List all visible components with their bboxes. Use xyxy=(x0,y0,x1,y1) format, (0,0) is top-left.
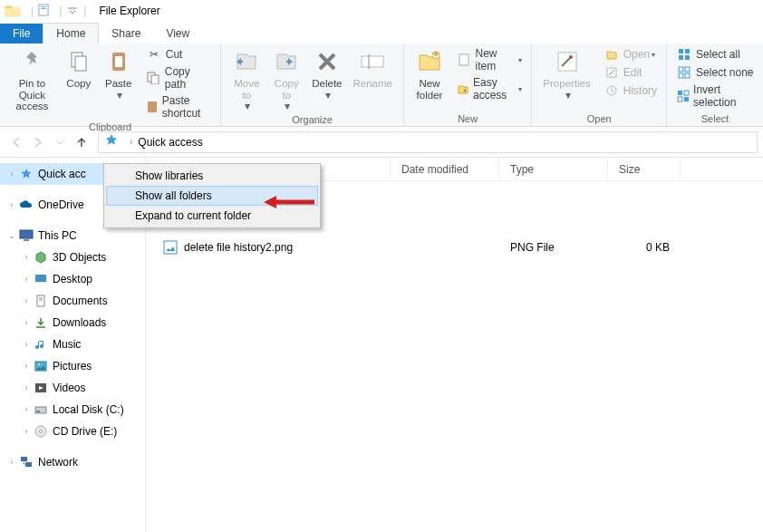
delete-button[interactable]: Delete▾ xyxy=(306,45,347,102)
select-all-button[interactable]: Select all xyxy=(672,45,758,63)
svg-point-44 xyxy=(40,430,43,433)
svg-rect-23 xyxy=(685,55,690,60)
qat-dropdown-icon[interactable] xyxy=(65,4,80,18)
svg-rect-26 xyxy=(679,73,683,78)
scissors-icon: ✂ xyxy=(146,47,162,62)
easy-access-button[interactable]: Easy access▾ xyxy=(453,74,526,103)
svg-rect-35 xyxy=(37,295,44,306)
sidebar-item-network[interactable]: › Network xyxy=(0,451,145,473)
cut-button[interactable]: ✂Cut xyxy=(142,45,216,63)
address-box[interactable]: › Quick access xyxy=(98,131,758,153)
svg-rect-0 xyxy=(5,8,20,16)
copy-icon xyxy=(64,47,93,76)
copy-path-button[interactable]: Copy path xyxy=(142,63,216,92)
group-select: Select all Select none Invert selection … xyxy=(667,44,763,126)
column-type[interactable]: Type xyxy=(499,158,608,180)
title-bar: | | | File Explorer xyxy=(0,0,763,22)
svg-rect-11 xyxy=(362,56,383,67)
group-label: New xyxy=(410,113,526,126)
history-button[interactable]: History xyxy=(600,82,661,100)
recent-dropdown[interactable] xyxy=(49,131,71,153)
svg-text:✦: ✦ xyxy=(431,50,440,61)
sidebar-item-pictures[interactable]: ›Pictures xyxy=(0,355,145,377)
ribbon-tabs: File Home Share View xyxy=(0,22,763,44)
svg-rect-21 xyxy=(685,49,690,53)
downloads-icon xyxy=(33,315,49,330)
group-clipboard: Pin to Quick access Copy Paste ▾ ✂Cut Co… xyxy=(0,44,221,126)
column-size[interactable]: Size xyxy=(608,158,681,180)
tab-home[interactable]: Home xyxy=(43,23,99,44)
svg-rect-1 xyxy=(39,5,48,15)
context-show-libraries[interactable]: Show libraries xyxy=(106,166,318,186)
svg-point-39 xyxy=(38,363,40,365)
forward-button[interactable] xyxy=(27,131,49,153)
sidebar-item-downloads[interactable]: ›Downloads xyxy=(0,312,145,334)
sidebar-item-cd-drive[interactable]: ›CD Drive (E:) xyxy=(0,421,145,442)
new-item-button[interactable]: New item▾ xyxy=(453,45,526,74)
file-view[interactable]: Name Date modified Type Size delete file… xyxy=(145,158,763,532)
separator: | xyxy=(59,5,62,17)
pin-icon xyxy=(17,47,46,76)
monitor-icon xyxy=(18,228,34,243)
svg-rect-45 xyxy=(21,457,27,461)
move-to-button[interactable]: Move to▾ xyxy=(227,45,266,114)
select-none-button[interactable]: Select none xyxy=(672,63,758,82)
properties-icon xyxy=(553,47,582,76)
group-label: Organize xyxy=(227,114,398,127)
paste-button[interactable]: Paste ▾ xyxy=(99,45,139,102)
documents-icon xyxy=(33,294,49,308)
svg-rect-24 xyxy=(679,67,683,72)
svg-rect-20 xyxy=(679,49,683,53)
star-icon xyxy=(18,167,34,181)
column-date[interactable]: Date modified xyxy=(391,158,499,180)
group-label: Select xyxy=(672,113,758,126)
chevron-right-icon[interactable]: › xyxy=(5,458,18,467)
quick-doc-icon[interactable] xyxy=(37,4,52,18)
desktop-icon xyxy=(33,272,49,286)
copy-to-icon xyxy=(272,47,301,76)
paste-shortcut-icon xyxy=(146,100,159,114)
window-title: File Explorer xyxy=(99,5,159,17)
sidebar-item-desktop[interactable]: ›Desktop xyxy=(0,268,145,290)
chevron-down-icon[interactable]: ⌄ xyxy=(5,231,18,240)
music-icon xyxy=(33,337,49,352)
up-button[interactable] xyxy=(71,131,92,153)
paste-shortcut-button[interactable]: Paste shortcut xyxy=(142,92,216,121)
rename-button[interactable]: Rename xyxy=(348,45,398,92)
ribbon: Pin to Quick access Copy Paste ▾ ✂Cut Co… xyxy=(0,44,763,127)
cube-icon xyxy=(33,250,49,265)
tab-share[interactable]: Share xyxy=(99,24,153,44)
copy-button[interactable]: Copy xyxy=(59,45,99,92)
svg-rect-47 xyxy=(164,241,177,254)
address-bar: › Quick access xyxy=(0,127,763,158)
sidebar-item-videos[interactable]: ›Videos xyxy=(0,377,145,399)
chevron-down-icon: ▾ xyxy=(117,90,122,102)
back-button[interactable] xyxy=(5,131,27,153)
svg-rect-25 xyxy=(685,67,690,72)
annotation-arrow-icon xyxy=(262,194,316,213)
cd-icon xyxy=(33,424,49,439)
chevron-right-icon[interactable]: › xyxy=(130,137,132,147)
sidebar-item-local-disk[interactable]: ›Local Disk (C:) xyxy=(0,399,145,421)
group-open: Properties▾ Open▾ Edit History Open xyxy=(532,44,667,126)
copy-path-icon xyxy=(146,71,161,85)
copy-to-button[interactable]: Copy to▾ xyxy=(266,45,306,114)
pin-button[interactable]: Pin to Quick access xyxy=(5,45,59,114)
file-row[interactable]: delete file history2.png PNG File 0 KB xyxy=(146,236,763,259)
chevron-right-icon[interactable]: › xyxy=(5,169,18,179)
open-button[interactable]: Open▾ xyxy=(600,45,661,63)
tab-view[interactable]: View xyxy=(153,24,202,44)
edit-button[interactable]: Edit xyxy=(600,63,661,82)
svg-rect-9 xyxy=(151,75,159,84)
invert-selection-button[interactable]: Invert selection xyxy=(672,82,758,111)
tab-file[interactable]: File xyxy=(0,24,43,44)
sidebar-item-music[interactable]: ›Music xyxy=(0,334,145,355)
invert-icon xyxy=(676,89,690,103)
svg-rect-3 xyxy=(41,8,46,9)
properties-button[interactable]: Properties▾ xyxy=(537,45,595,102)
new-folder-button[interactable]: ✦New folder xyxy=(410,45,449,102)
group-label: Open xyxy=(537,113,661,126)
chevron-right-icon[interactable]: › xyxy=(5,200,18,209)
sidebar-item-3d-objects[interactable]: ›3D Objects xyxy=(0,247,145,268)
sidebar-item-documents[interactable]: ›Documents xyxy=(0,290,145,312)
